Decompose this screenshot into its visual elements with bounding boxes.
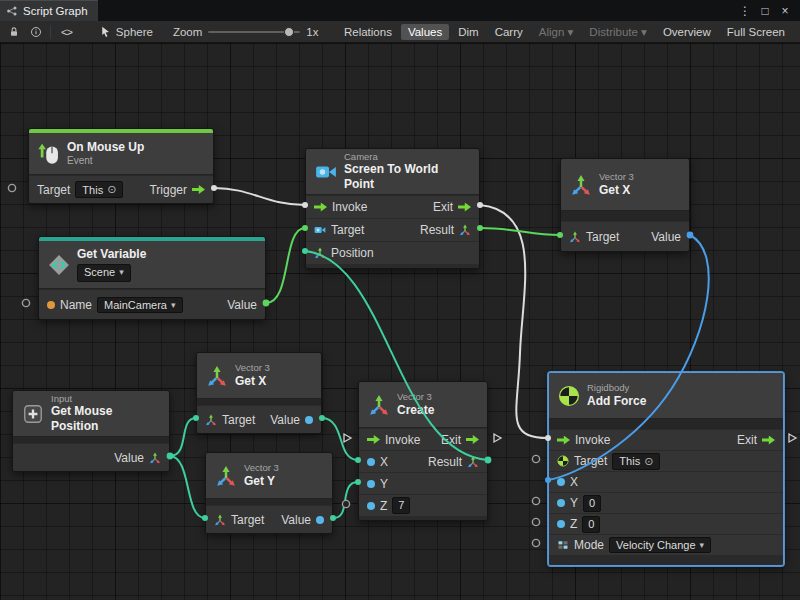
z-label: Z	[380, 499, 387, 513]
node-get-variable[interactable]: Get Variable Scene ▾ Name MainCamera ▾ V…	[38, 236, 266, 320]
info-icon[interactable]	[28, 24, 44, 40]
port-ring[interactable]	[22, 299, 29, 306]
graph-owner-label: Sphere	[116, 26, 153, 38]
zoom-value: 1x	[306, 26, 318, 38]
node-row: Mode Velocity Change ▾	[549, 534, 783, 555]
node-screen-to-world-point[interactable]: Camera Screen To World Point Invoke Exit…	[305, 148, 480, 269]
variable-name-dropdown[interactable]: MainCamera ▾	[97, 297, 183, 313]
port-ring[interactable]	[8, 184, 15, 191]
node-get-x-top[interactable]: Vector 3 Get X Target Value	[560, 158, 690, 252]
dim-button[interactable]: Dim	[451, 24, 485, 40]
node-category: Camera	[344, 151, 470, 163]
script-graph-window: Script Graph ⋮ □ × <> Sphere Zoom 1x Rel…	[0, 0, 800, 600]
overview-button[interactable]: Overview	[656, 24, 718, 40]
node-get-y[interactable]: Vector 3 Get Y Target Value	[205, 452, 333, 534]
exit-out-port[interactable]	[762, 436, 775, 445]
cursor-icon	[100, 26, 112, 38]
wire-mousepos-to-gety	[170, 456, 205, 518]
wire-trigger-to-invoke	[214, 188, 305, 205]
exit-out-port[interactable]	[458, 203, 471, 212]
exit-out-port[interactable]	[466, 435, 479, 444]
relations-button[interactable]: Relations	[337, 24, 399, 40]
mouse-icon	[38, 143, 60, 165]
variable-scope-dropdown[interactable]: Scene ▾	[77, 264, 131, 282]
name-in-port[interactable]	[47, 301, 55, 309]
port-ring[interactable]	[342, 500, 349, 507]
variable-icon	[48, 254, 70, 276]
zoom-label: Zoom	[173, 26, 202, 38]
invoke-in-port[interactable]	[367, 435, 380, 444]
node-get-mouse-position[interactable]: Input Get Mouse Position Value	[12, 390, 170, 472]
node-row: Z 7	[359, 494, 487, 516]
value-out-port[interactable]	[316, 516, 324, 524]
x-in-port[interactable]	[557, 478, 565, 486]
node-row: Target Result	[306, 218, 479, 241]
value-out-port[interactable]	[305, 416, 313, 424]
node-header: Vector 3 Get X	[561, 159, 689, 211]
trigger-out-port[interactable]	[192, 185, 205, 194]
port-ring[interactable]	[532, 539, 539, 546]
node-get-x-mid[interactable]: Vector 3 Get X Target Value	[196, 352, 322, 434]
tab-script-graph[interactable]: Script Graph	[0, 0, 98, 21]
node-title: Create	[397, 403, 434, 418]
value-label: Value	[270, 413, 300, 427]
node-category: Vector 3	[599, 171, 634, 183]
target-this-dropdown[interactable]: This ⊙	[75, 181, 123, 198]
node-category: Vector 3	[397, 391, 434, 403]
z-in-port[interactable]	[367, 502, 375, 510]
invoke-in-port[interactable]	[557, 436, 570, 445]
code-icon[interactable]: <>	[57, 26, 76, 38]
carry-button[interactable]: Carry	[488, 24, 530, 40]
close-icon[interactable]: ×	[776, 4, 794, 18]
node-category: Rigidbody	[587, 382, 646, 394]
node-row: Target Value	[561, 221, 689, 251]
mode-dropdown[interactable]: Velocity Change ▾	[609, 537, 711, 553]
target-this-dropdown[interactable]: This ⊙	[612, 453, 660, 470]
value-label: Value	[281, 513, 311, 527]
flow-port-triangle[interactable]	[344, 434, 351, 442]
target-label: Target	[586, 230, 619, 244]
node-add-force[interactable]: Rigidbody Add Force Invoke Exit Target T…	[548, 372, 784, 566]
align-button[interactable]: Align ▾	[532, 23, 581, 41]
node-category: Vector 3	[244, 462, 279, 474]
zoom-slider[interactable]	[208, 31, 300, 33]
wire-result-to-getx-target	[480, 228, 560, 235]
values-button[interactable]: Values	[401, 24, 449, 40]
graph-owner[interactable]: Sphere	[100, 26, 153, 38]
lock-icon[interactable]	[6, 24, 22, 40]
node-row: Invoke Exit	[549, 429, 783, 450]
z-in-port[interactable]	[557, 520, 565, 528]
z-input[interactable]: 0	[582, 516, 600, 533]
wire-exit-to-addforce-invoke	[480, 205, 548, 438]
toolbar-separator	[50, 25, 51, 39]
target-label: Target	[222, 413, 255, 427]
maximize-icon[interactable]: □	[756, 4, 774, 18]
port-ring[interactable]	[532, 455, 539, 462]
y-label: Y	[570, 496, 578, 510]
flow-port-triangle[interactable]	[494, 434, 501, 442]
mode-value: Velocity Change	[616, 539, 696, 551]
zoom-slider-knob[interactable]	[284, 27, 294, 37]
vector3-type-icon	[205, 414, 217, 426]
y-input[interactable]: 0	[583, 495, 601, 512]
z-input[interactable]: 7	[392, 497, 410, 514]
port-ring[interactable]	[532, 518, 539, 525]
y-in-port[interactable]	[367, 480, 375, 488]
zoom-control: Zoom 1x	[173, 26, 319, 38]
node-row: Target This ⊙	[549, 450, 783, 471]
node-create-vector3[interactable]: Vector 3 Create Invoke Exit X Result	[358, 381, 488, 521]
vector3-icon	[570, 174, 592, 196]
menu-icon[interactable]: ⋮	[736, 4, 754, 18]
exit-label: Exit	[433, 200, 453, 214]
x-in-port[interactable]	[367, 458, 375, 466]
y-in-port[interactable]	[557, 499, 565, 507]
chevron-down-icon: ▾	[119, 267, 124, 278]
distribute-button[interactable]: Distribute ▾	[582, 23, 654, 41]
fullscreen-button[interactable]: Full Screen	[720, 24, 792, 40]
invoke-in-port[interactable]	[314, 203, 327, 212]
flow-port-triangle[interactable]	[789, 434, 796, 442]
exit-label: Exit	[441, 433, 461, 447]
graph-canvas[interactable]: On Mouse Up Event Target This ⊙ Trigger	[0, 43, 800, 600]
port-ring[interactable]	[532, 497, 539, 504]
node-on-mouse-up[interactable]: On Mouse Up Event Target This ⊙ Trigger	[28, 128, 214, 204]
